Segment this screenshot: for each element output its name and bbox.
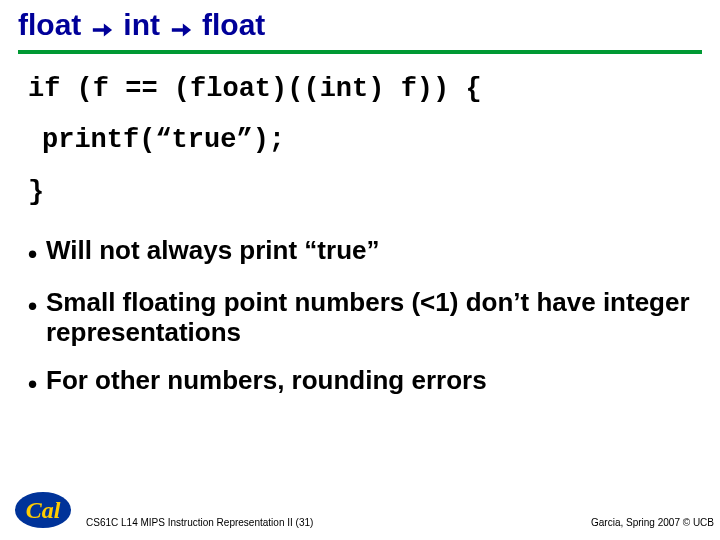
arrow-right-icon — [170, 14, 192, 36]
title-word-3: float — [202, 8, 265, 42]
bullet-text: Small floating point numbers (<1) don’t … — [46, 288, 692, 348]
logo-text: Cal — [26, 497, 61, 523]
code-line: printf(“true”); — [28, 115, 692, 166]
list-item: • For other numbers, rounding errors — [28, 366, 692, 400]
footer-left-text: CS61C L14 MIPS Instruction Representatio… — [86, 517, 313, 528]
bullet-dot-icon: • — [28, 370, 38, 400]
bullet-list: • Will not always print “true” • Small f… — [28, 236, 692, 400]
list-item: • Small floating point numbers (<1) don’… — [28, 288, 692, 348]
footer-right-text: Garcia, Spring 2007 © UCB — [591, 517, 714, 528]
bullet-text: Will not always print “true” — [46, 236, 692, 266]
footer: Cal CS61C L14 MIPS Instruction Represent… — [0, 482, 720, 532]
arrow-right-icon — [91, 14, 113, 36]
bullet-dot-icon: • — [28, 240, 38, 270]
title-word-1: float — [18, 8, 81, 42]
slide-body: if (f == (float)((int) f)) { printf(“tru… — [0, 54, 720, 399]
list-item: • Will not always print “true” — [28, 236, 692, 270]
slide: float int float if (f == (float)((int) f… — [0, 0, 720, 540]
code-line: if (f == (float)((int) f)) { — [28, 64, 692, 115]
bullet-text: For other numbers, rounding errors — [46, 366, 692, 396]
bullet-dot-icon: • — [28, 292, 38, 322]
code-line: } — [28, 167, 692, 218]
code-block: if (f == (float)((int) f)) { printf(“tru… — [28, 64, 692, 218]
slide-title: float int float — [18, 8, 702, 42]
title-word-2: int — [123, 8, 160, 42]
cal-logo-icon: Cal — [14, 490, 72, 530]
title-area: float int float — [0, 0, 720, 46]
